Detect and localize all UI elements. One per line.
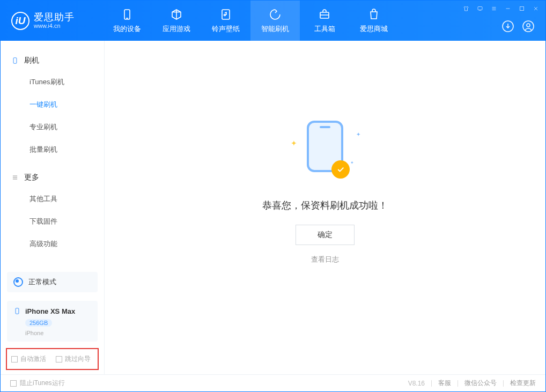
- sidebar-item-advanced[interactable]: 高级功能: [1, 233, 104, 255]
- svg-rect-10: [520, 6, 524, 10]
- sparkle-icon: ✦: [350, 160, 354, 165]
- sidebar-item-itunes-flash[interactable]: iTunes刷机: [1, 71, 104, 93]
- app-title: 爱思助手: [34, 12, 75, 23]
- sidebar-group-title: 刷机: [24, 56, 39, 65]
- checkbox-label: 跳过向导: [65, 354, 91, 364]
- tab-my-device[interactable]: 我的设备: [102, 1, 152, 41]
- checkbox-icon: [56, 356, 62, 363]
- window-controls: [463, 4, 539, 14]
- tab-apps[interactable]: 应用游戏: [152, 1, 201, 41]
- toolbox-icon: [318, 8, 331, 21]
- list-icon: [11, 174, 19, 181]
- sparkle-icon: ✦: [356, 131, 360, 137]
- divider: [458, 380, 458, 387]
- account-icon[interactable]: [522, 20, 535, 35]
- sidebar-item-other-tools[interactable]: 其他工具: [1, 188, 104, 210]
- sidebar: 刷机 iTunes刷机 一键刷机 专业刷机 批量刷机 更多 其他工具 下载固件 …: [1, 41, 105, 374]
- sidebar-item-batch-flash[interactable]: 批量刷机: [1, 138, 104, 161]
- maximize-button[interactable]: [519, 5, 525, 13]
- svg-point-3: [224, 14, 226, 16]
- sidebar-item-pro-flash[interactable]: 专业刷机: [1, 116, 104, 138]
- mode-icon: [13, 277, 23, 287]
- mode-label: 正常模式: [28, 277, 56, 287]
- checkbox-skip-guide[interactable]: 跳过向导: [56, 354, 91, 364]
- success-illustration: ✦ ✦ ✦: [287, 119, 363, 183]
- sparkle-icon: ✦: [291, 139, 297, 147]
- view-log-link[interactable]: 查看日志: [311, 255, 339, 264]
- ringtone-icon: [219, 8, 232, 21]
- sidebar-item-one-click-flash[interactable]: 一键刷机: [1, 93, 104, 116]
- tab-toolbox[interactable]: 工具箱: [300, 1, 349, 41]
- sidebar-group-title: 更多: [24, 173, 39, 182]
- divider: [431, 380, 432, 387]
- tab-label: 智能刷机: [261, 24, 289, 34]
- checkbox-icon: [11, 356, 18, 363]
- divider: [503, 380, 504, 387]
- sidebar-item-download-firmware[interactable]: 下载固件: [1, 210, 104, 233]
- logo-icon: iU: [11, 12, 29, 30]
- tab-label: 我的设备: [113, 24, 141, 34]
- success-message: 恭喜您，保资料刷机成功啦！: [262, 199, 388, 212]
- check-update-link[interactable]: 检查更新: [510, 379, 536, 388]
- svg-rect-20: [16, 308, 19, 314]
- svg-point-14: [523, 21, 534, 32]
- device-phone-icon: [13, 306, 21, 316]
- app-subtitle: www.i4.cn: [34, 23, 75, 29]
- minimize-button[interactable]: [505, 5, 511, 13]
- tab-label: 爱思商城: [360, 24, 388, 34]
- svg-point-15: [527, 24, 530, 27]
- tab-label: 铃声壁纸: [212, 24, 240, 34]
- menu-icon[interactable]: [491, 5, 497, 13]
- main-content: ✦ ✦ ✦ 恭喜您，保资料刷机成功啦！ 确定 查看日志: [105, 41, 545, 374]
- device-type: iPhone: [25, 330, 91, 336]
- status-bar: 阻止iTunes运行 V8.16 客服 微信公众号 检查更新: [1, 374, 545, 391]
- close-button[interactable]: [533, 5, 539, 13]
- device-name: iPhone XS Max: [25, 307, 75, 315]
- support-link[interactable]: 客服: [438, 379, 451, 388]
- version-label: V8.16: [408, 380, 425, 387]
- device-icon: [121, 8, 134, 21]
- ok-button[interactable]: 确定: [296, 225, 355, 245]
- tab-label: 工具箱: [314, 24, 335, 34]
- device-storage: 256GB: [25, 319, 52, 327]
- tab-smart-flash[interactable]: 智能刷机: [250, 1, 300, 41]
- checkbox-label: 自动激活: [20, 354, 46, 364]
- apps-icon: [170, 8, 183, 21]
- flash-icon: [269, 8, 282, 21]
- svg-rect-16: [13, 58, 17, 64]
- feedback-icon[interactable]: [477, 5, 483, 13]
- checkbox-block-itunes[interactable]: 阻止iTunes运行: [10, 379, 65, 388]
- main-tabs: 我的设备 应用游戏 铃声壁纸 智能刷机 工具箱 爱思商城: [102, 1, 399, 41]
- svg-rect-5: [478, 6, 482, 10]
- flash-options-highlight: 自动激活 跳过向导: [6, 348, 99, 370]
- checkmark-badge-icon: [331, 160, 350, 179]
- wechat-link[interactable]: 微信公众号: [464, 379, 497, 388]
- device-card[interactable]: iPhone XS Max 256GB iPhone: [7, 301, 98, 342]
- download-icon[interactable]: [501, 20, 514, 35]
- mode-indicator[interactable]: 正常模式: [7, 272, 98, 292]
- sidebar-group-more: 更多: [1, 167, 104, 188]
- tab-shop[interactable]: 爱思商城: [349, 1, 399, 41]
- tab-label: 应用游戏: [163, 24, 190, 34]
- checkbox-label: 阻止iTunes运行: [20, 379, 65, 388]
- shop-icon: [367, 8, 380, 21]
- logo-area: iU 爱思助手 www.i4.cn: [1, 12, 102, 30]
- checkbox-icon: [10, 380, 17, 387]
- phone-icon: [11, 57, 19, 64]
- app-header: iU 爱思助手 www.i4.cn 我的设备 应用游戏 铃声壁纸 智能刷机 工具…: [1, 1, 545, 41]
- tab-ringtone[interactable]: 铃声壁纸: [201, 1, 250, 41]
- checkbox-auto-activate[interactable]: 自动激活: [11, 354, 46, 364]
- sidebar-group-flash: 刷机: [1, 50, 104, 71]
- shirt-icon[interactable]: [463, 5, 469, 13]
